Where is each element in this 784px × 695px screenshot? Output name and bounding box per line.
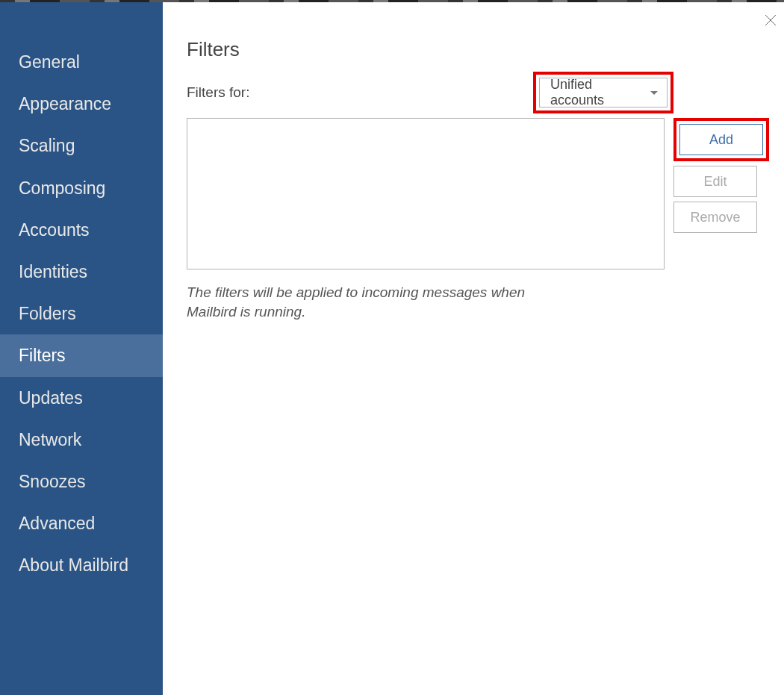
- filters-note: The filters will be applied to incoming …: [187, 283, 575, 321]
- filters-content-row: Add Edit Remove: [187, 118, 769, 269]
- remove-button[interactable]: Remove: [673, 202, 757, 233]
- filter-action-buttons: Add Edit Remove: [673, 118, 769, 233]
- sidebar-item-updates[interactable]: Updates: [0, 377, 163, 419]
- sidebar-item-advanced[interactable]: Advanced: [0, 502, 163, 544]
- sidebar-item-scaling[interactable]: Scaling: [0, 125, 163, 166]
- sidebar-item-appearance[interactable]: Appearance: [0, 83, 163, 125]
- sidebar-item-snoozes[interactable]: Snoozes: [0, 461, 163, 502]
- sidebar-item-identities[interactable]: Identities: [0, 251, 163, 293]
- settings-sidebar: General Appearance Scaling Composing Acc…: [0, 2, 163, 695]
- edit-button[interactable]: Edit: [673, 166, 757, 197]
- window-top-edge: [0, 0, 784, 2]
- highlight-add-button: Add: [673, 118, 769, 161]
- sidebar-item-composing[interactable]: Composing: [0, 167, 163, 209]
- close-icon: [763, 13, 778, 28]
- sidebar-item-general[interactable]: General: [0, 41, 163, 83]
- filters-listbox[interactable]: [187, 118, 665, 269]
- filter-for-row: Filters for: Unified accounts: [187, 72, 769, 113]
- sidebar-item-about[interactable]: About Mailbird: [0, 544, 163, 586]
- close-button[interactable]: [763, 13, 778, 31]
- page-title: Filters: [187, 38, 769, 61]
- highlight-account-dropdown: Unified accounts: [533, 72, 673, 113]
- account-dropdown-value: Unified accounts: [550, 77, 646, 108]
- add-button[interactable]: Add: [679, 124, 763, 155]
- sidebar-item-accounts[interactable]: Accounts: [0, 209, 163, 251]
- sidebar-item-folders[interactable]: Folders: [0, 293, 163, 334]
- chevron-down-icon: [650, 91, 658, 95]
- filters-for-label: Filters for:: [187, 84, 249, 101]
- sidebar-item-network[interactable]: Network: [0, 419, 163, 461]
- settings-main-panel: Filters Filters for: Unified accounts Ad…: [163, 2, 784, 695]
- account-dropdown[interactable]: Unified accounts: [539, 78, 668, 107]
- settings-window: General Appearance Scaling Composing Acc…: [0, 0, 784, 695]
- sidebar-item-filters[interactable]: Filters: [0, 334, 163, 376]
